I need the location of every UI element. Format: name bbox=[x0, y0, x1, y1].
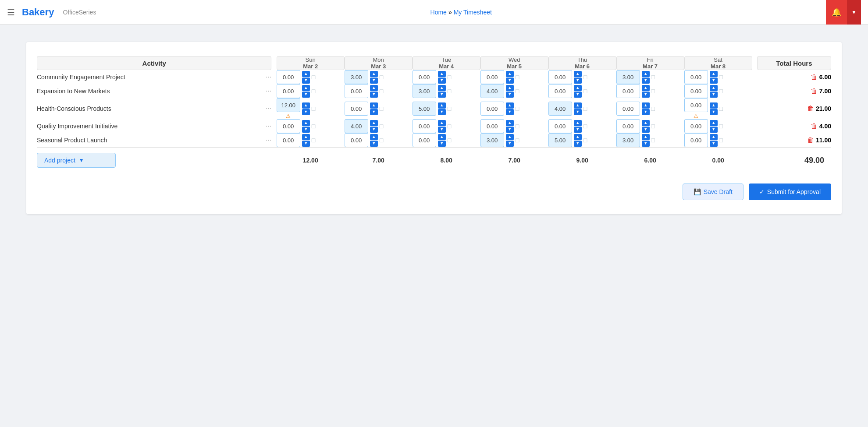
spin-up-button[interactable]: ▲ bbox=[302, 102, 310, 109]
spin-down-button[interactable]: ▼ bbox=[642, 127, 650, 133]
nav-current[interactable]: My Timesheet bbox=[454, 9, 492, 16]
note-icon[interactable]: □ bbox=[448, 88, 451, 95]
note-icon[interactable]: □ bbox=[719, 88, 723, 95]
spin-down-button[interactable]: ▼ bbox=[370, 92, 378, 98]
time-input-r4-d0[interactable] bbox=[277, 133, 300, 147]
spin-down-button[interactable]: ▼ bbox=[642, 141, 650, 147]
spin-up-button[interactable]: ▲ bbox=[574, 134, 582, 140]
spin-up-button[interactable]: ▲ bbox=[438, 102, 446, 109]
note-icon[interactable]: □ bbox=[312, 123, 315, 130]
delete-button[interactable]: 🗑 bbox=[807, 136, 814, 144]
spin-up-button[interactable]: ▲ bbox=[642, 120, 650, 126]
spin-up-button[interactable]: ▲ bbox=[574, 85, 582, 91]
note-icon[interactable]: □ bbox=[719, 74, 723, 81]
time-input-r0-d4[interactable] bbox=[548, 70, 572, 84]
time-input-r0-d2[interactable] bbox=[413, 70, 436, 84]
spin-up-button[interactable]: ▲ bbox=[642, 85, 650, 91]
note-icon[interactable]: □ bbox=[583, 105, 587, 112]
time-input-r0-d3[interactable] bbox=[480, 70, 504, 84]
spin-down-button[interactable]: ▼ bbox=[506, 109, 514, 115]
activity-options-button[interactable]: ··· bbox=[266, 105, 271, 113]
spin-down-button[interactable]: ▼ bbox=[574, 92, 582, 98]
note-icon[interactable]: □ bbox=[380, 105, 383, 112]
time-input-r3-d1[interactable] bbox=[345, 119, 368, 133]
spin-up-button[interactable]: ▲ bbox=[506, 71, 514, 77]
time-input-r3-d6[interactable] bbox=[684, 119, 708, 133]
note-icon[interactable]: □ bbox=[651, 74, 655, 81]
time-input-r2-d1[interactable] bbox=[345, 102, 368, 116]
spin-down-button[interactable]: ▼ bbox=[506, 92, 514, 98]
spin-up-button[interactable]: ▲ bbox=[370, 102, 378, 109]
spin-down-button[interactable]: ▼ bbox=[438, 92, 446, 98]
spin-up-button[interactable]: ▲ bbox=[370, 71, 378, 77]
note-icon[interactable]: □ bbox=[448, 74, 451, 81]
spin-down-button[interactable]: ▼ bbox=[302, 127, 310, 133]
spin-up-button[interactable]: ▲ bbox=[710, 120, 718, 126]
spin-down-button[interactable]: ▼ bbox=[370, 109, 378, 115]
spin-up-button[interactable]: ▲ bbox=[710, 71, 718, 77]
user-dropdown-button[interactable]: ▼ bbox=[847, 0, 861, 25]
time-input-r2-d2[interactable] bbox=[413, 102, 436, 116]
spin-up-button[interactable]: ▲ bbox=[574, 102, 582, 109]
spin-down-button[interactable]: ▼ bbox=[302, 78, 310, 84]
spin-down-button[interactable]: ▼ bbox=[506, 127, 514, 133]
delete-button[interactable]: 🗑 bbox=[811, 87, 818, 95]
note-icon[interactable]: □ bbox=[651, 88, 655, 95]
submit-button[interactable]: ✓ Submit for Approval bbox=[749, 184, 831, 200]
spin-up-button[interactable]: ▲ bbox=[438, 120, 446, 126]
note-icon[interactable]: □ bbox=[380, 88, 383, 95]
time-input-r1-d6[interactable] bbox=[684, 84, 708, 98]
spin-down-button[interactable]: ▼ bbox=[506, 78, 514, 84]
time-input-r0-d5[interactable] bbox=[616, 70, 640, 84]
activity-options-button[interactable]: ··· bbox=[266, 136, 271, 144]
spin-down-button[interactable]: ▼ bbox=[438, 141, 446, 147]
spin-up-button[interactable]: ▲ bbox=[302, 120, 310, 126]
spin-up-button[interactable]: ▲ bbox=[370, 134, 378, 140]
spin-down-button[interactable]: ▼ bbox=[438, 127, 446, 133]
delete-button[interactable]: 🗑 bbox=[811, 73, 818, 81]
time-input-r3-d4[interactable] bbox=[548, 119, 572, 133]
spin-up-button[interactable]: ▲ bbox=[370, 85, 378, 91]
spin-down-button[interactable]: ▼ bbox=[438, 78, 446, 84]
note-icon[interactable]: □ bbox=[719, 105, 723, 112]
menu-icon[interactable]: ☰ bbox=[7, 7, 15, 18]
time-input-r1-d0[interactable] bbox=[277, 84, 300, 98]
note-icon[interactable]: □ bbox=[312, 105, 315, 112]
spin-down-button[interactable]: ▼ bbox=[710, 127, 718, 133]
spin-down-button[interactable]: ▼ bbox=[642, 109, 650, 115]
note-icon[interactable]: □ bbox=[312, 74, 315, 81]
note-icon[interactable]: □ bbox=[516, 88, 519, 95]
spin-up-button[interactable]: ▲ bbox=[642, 71, 650, 77]
spin-down-button[interactable]: ▼ bbox=[574, 109, 582, 115]
spin-down-button[interactable]: ▼ bbox=[710, 109, 718, 115]
spin-up-button[interactable]: ▲ bbox=[710, 85, 718, 91]
spin-down-button[interactable]: ▼ bbox=[710, 141, 718, 147]
time-input-r4-d1[interactable] bbox=[345, 133, 368, 147]
note-icon[interactable]: □ bbox=[312, 137, 315, 144]
time-input-r3-d2[interactable] bbox=[413, 119, 436, 133]
time-input-r4-d3[interactable] bbox=[480, 133, 504, 147]
time-input-r0-d0[interactable] bbox=[277, 70, 300, 84]
note-icon[interactable]: □ bbox=[583, 137, 587, 144]
spin-up-button[interactable]: ▲ bbox=[370, 120, 378, 126]
spin-up-button[interactable]: ▲ bbox=[506, 134, 514, 140]
spin-up-button[interactable]: ▲ bbox=[574, 120, 582, 126]
note-icon[interactable]: □ bbox=[719, 123, 723, 130]
spin-down-button[interactable]: ▼ bbox=[370, 78, 378, 84]
spin-up-button[interactable]: ▲ bbox=[642, 102, 650, 109]
note-icon[interactable]: □ bbox=[448, 105, 451, 112]
note-icon[interactable]: □ bbox=[651, 137, 655, 144]
note-icon[interactable]: □ bbox=[380, 74, 383, 81]
activity-options-button[interactable]: ··· bbox=[266, 73, 271, 81]
spin-down-button[interactable]: ▼ bbox=[574, 141, 582, 147]
spin-down-button[interactable]: ▼ bbox=[302, 92, 310, 98]
note-icon[interactable]: □ bbox=[312, 88, 315, 95]
time-input-r2-d0[interactable] bbox=[277, 98, 300, 112]
spin-up-button[interactable]: ▲ bbox=[710, 102, 718, 109]
note-icon[interactable]: □ bbox=[719, 137, 723, 144]
spin-down-button[interactable]: ▼ bbox=[642, 92, 650, 98]
spin-down-button[interactable]: ▼ bbox=[710, 92, 718, 98]
time-input-r3-d0[interactable] bbox=[277, 119, 300, 133]
spin-up-button[interactable]: ▲ bbox=[302, 71, 310, 77]
spin-up-button[interactable]: ▲ bbox=[506, 85, 514, 91]
